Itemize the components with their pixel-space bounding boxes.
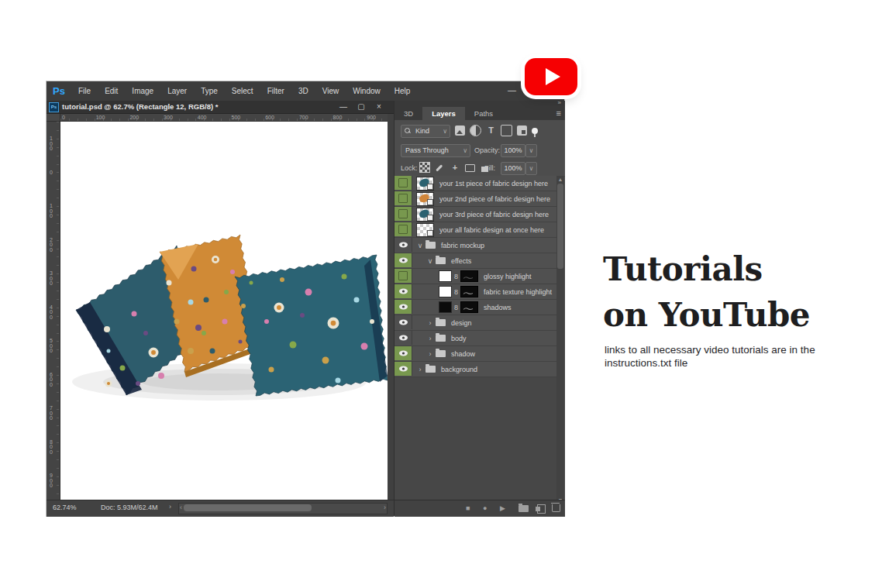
- new-group-icon[interactable]: [519, 505, 529, 512]
- maximize-button[interactable]: ▢: [357, 101, 366, 112]
- scrollbar-thumb[interactable]: [557, 184, 563, 269]
- filter-toggle[interactable]: [532, 128, 538, 134]
- layer-row[interactable]: your 1st piece of fabric design here: [394, 176, 556, 191]
- tab-3d[interactable]: 3D: [394, 107, 422, 120]
- layer-mask-icon[interactable]: ▶: [500, 504, 505, 513]
- menu-layer[interactable]: Layer: [160, 81, 194, 101]
- fill-dropdown-arrow[interactable]: ∨: [525, 162, 537, 175]
- smart-objects-filter-icon[interactable]: [517, 126, 527, 136]
- visibility-toggle[interactable]: [394, 207, 412, 221]
- pixel-layers-filter-icon[interactable]: [455, 126, 465, 136]
- status-expand-arrow[interactable]: ›: [169, 503, 171, 511]
- menu-image[interactable]: Image: [125, 81, 160, 101]
- layer-thumbnail[interactable]: [439, 270, 452, 282]
- layer-row[interactable]: 8shadows: [394, 300, 556, 315]
- layer-row[interactable]: your 3rd piece of fabric design here: [394, 207, 556, 222]
- expand-arrow[interactable]: ›: [416, 366, 424, 373]
- scroll-left-arrow[interactable]: ‹: [180, 504, 182, 512]
- adjustment-layers-filter-icon[interactable]: [470, 125, 481, 136]
- menu-type[interactable]: Type: [194, 81, 225, 101]
- layer-thumbnail[interactable]: [439, 286, 452, 297]
- mask-thumbnail[interactable]: [460, 286, 478, 297]
- layer-name[interactable]: fabric texture highlight: [484, 288, 552, 296]
- shape-layers-filter-icon[interactable]: [501, 125, 512, 136]
- lock-move-icon[interactable]: +: [450, 163, 460, 172]
- visibility-toggle[interactable]: [394, 300, 412, 314]
- horizontal-scrollbar[interactable]: ‹ ›: [178, 503, 388, 514]
- visibility-toggle[interactable]: [394, 253, 412, 267]
- vertical-ruler[interactable]: 1 0 001 0 02 0 03 0 04 0 05 0 06 0 07 0 …: [47, 122, 60, 500]
- visibility-toggle[interactable]: [394, 331, 412, 345]
- layer-row[interactable]: ›background: [394, 362, 556, 377]
- layer-row[interactable]: your 2nd piece of fabric design here: [394, 191, 556, 207]
- lock-artboard-icon[interactable]: [465, 164, 475, 172]
- visibility-toggle[interactable]: [394, 284, 412, 298]
- document-canvas[interactable]: [60, 122, 388, 500]
- visibility-toggle[interactable]: [394, 269, 412, 283]
- visibility-toggle[interactable]: [394, 191, 412, 205]
- panel-menu-icon[interactable]: ≡: [556, 108, 561, 118]
- menu-3d[interactable]: 3D: [291, 81, 315, 101]
- scroll-up-arrow[interactable]: ▲: [556, 177, 564, 183]
- expand-arrow[interactable]: ›: [426, 335, 434, 342]
- layer-name[interactable]: background: [441, 366, 477, 373]
- opacity-value[interactable]: 100%: [501, 144, 525, 157]
- layers-scrollbar[interactable]: ▲ ▼: [556, 176, 564, 504]
- visibility-toggle[interactable]: [394, 238, 412, 252]
- lock-paint-icon[interactable]: [436, 163, 445, 172]
- layer-row[interactable]: ∨effects: [394, 253, 556, 269]
- blend-mode-dropdown[interactable]: Pass Through ∨: [401, 144, 470, 157]
- menu-help[interactable]: Help: [388, 81, 418, 101]
- filter-kind-dropdown[interactable]: Kind ∨: [401, 125, 450, 138]
- layer-name[interactable]: your all fabric design at once here: [439, 226, 544, 234]
- close-button[interactable]: ×: [374, 101, 384, 112]
- visibility-toggle[interactable]: [394, 315, 412, 329]
- collapse-panel-icon[interactable]: »: [558, 99, 561, 106]
- minimize-button[interactable]: —: [339, 101, 348, 112]
- horizontal-ruler[interactable]: 0100200300400500600700800900: [60, 114, 388, 122]
- layer-row[interactable]: 8fabric texture highlight: [394, 284, 556, 300]
- layer-thumbnail[interactable]: [416, 208, 434, 222]
- layer-thumbnail[interactable]: [416, 192, 434, 206]
- layer-name[interactable]: shadow: [451, 350, 475, 358]
- mask-thumbnail[interactable]: [460, 270, 478, 282]
- layer-name[interactable]: glossy highlight: [484, 273, 532, 280]
- expand-arrow[interactable]: ›: [426, 319, 434, 327]
- menu-edit[interactable]: Edit: [98, 81, 125, 101]
- document-titlebar[interactable]: Ps tutorial.psd @ 62.7% (Rectangle 12, R…: [47, 101, 394, 114]
- tab-layers[interactable]: Layers: [422, 107, 465, 120]
- mask-link-icon[interactable]: 8: [454, 288, 458, 296]
- layer-row[interactable]: 8glossy highlight: [394, 269, 556, 284]
- visibility-toggle[interactable]: [394, 222, 412, 236]
- layer-name[interactable]: design: [451, 319, 472, 327]
- youtube-play-button[interactable]: [525, 58, 577, 95]
- layer-name[interactable]: your 2nd piece of fabric design here: [439, 195, 550, 203]
- menu-file[interactable]: File: [71, 81, 98, 101]
- layer-name[interactable]: your 1st piece of fabric design here: [439, 180, 548, 187]
- menu-filter[interactable]: Filter: [260, 81, 291, 101]
- zoom-level[interactable]: 62.74%: [53, 504, 77, 511]
- tab-paths[interactable]: Paths: [465, 107, 502, 120]
- mask-link-icon[interactable]: 8: [454, 304, 458, 311]
- menu-window[interactable]: Window: [346, 81, 388, 101]
- layer-name[interactable]: effects: [451, 257, 471, 265]
- scroll-right-arrow[interactable]: ›: [384, 504, 386, 512]
- layer-name[interactable]: body: [451, 335, 467, 342]
- mask-link-icon[interactable]: 8: [454, 273, 458, 280]
- opacity-dropdown-arrow[interactable]: ∨: [525, 144, 537, 157]
- ruler-origin-box[interactable]: [47, 114, 60, 122]
- layer-effects-icon[interactable]: ●: [483, 504, 487, 513]
- layer-thumbnail[interactable]: [416, 177, 434, 191]
- new-layer-icon[interactable]: [537, 504, 546, 514]
- layer-name[interactable]: fabric mockup: [441, 242, 484, 249]
- delete-layer-icon[interactable]: [552, 504, 560, 512]
- expand-arrow[interactable]: ∨: [416, 242, 424, 249]
- menu-view[interactable]: View: [315, 81, 346, 101]
- layer-thumbnail[interactable]: [416, 223, 434, 237]
- layer-thumbnail[interactable]: [439, 301, 452, 313]
- expand-arrow[interactable]: ∨: [426, 257, 434, 265]
- layer-name[interactable]: shadows: [484, 304, 512, 311]
- lock-transparent-icon[interactable]: [419, 162, 430, 173]
- layer-row[interactable]: your all fabric design at once here: [394, 222, 556, 238]
- layer-row[interactable]: ›design: [394, 315, 556, 331]
